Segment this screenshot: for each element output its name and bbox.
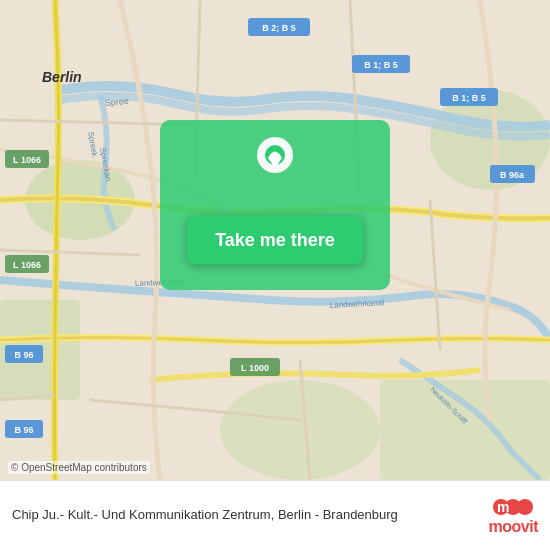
svg-text:B 96: B 96	[14, 425, 33, 435]
svg-text:L 1066: L 1066	[13, 155, 41, 165]
moovit-text: moovit	[489, 518, 538, 536]
footer-bar: Chip Ju.- Kult.- Und Kommunikation Zentr…	[0, 480, 550, 550]
svg-text:B 96a: B 96a	[500, 170, 525, 180]
svg-text:Spree: Spree	[104, 96, 129, 108]
copyright-text: © OpenStreetMap contributors	[8, 461, 150, 474]
svg-text:B 1; B 5: B 1; B 5	[364, 60, 398, 70]
svg-point-5	[220, 380, 380, 480]
svg-text:m: m	[497, 499, 509, 515]
svg-text:L 1066: L 1066	[13, 260, 41, 270]
place-name: Chip Ju.- Kult.- Und Kommunikation Zentr…	[12, 506, 479, 524]
svg-text:B 2; B 5: B 2; B 5	[262, 23, 296, 33]
svg-text:B 96: B 96	[14, 350, 33, 360]
svg-text:B 1; B 5: B 1; B 5	[452, 93, 486, 103]
svg-text:Berlin: Berlin	[42, 69, 82, 85]
svg-text:L 1000: L 1000	[241, 363, 269, 373]
moovit-logo: m moovit	[489, 496, 538, 536]
map-container: B 2; B 5 B 1; B 5 B 1; B 5 B 96a L 1066 …	[0, 0, 550, 480]
svg-point-45	[517, 499, 533, 515]
moovit-logo-icon: m	[493, 496, 533, 518]
take-me-there-button[interactable]: Take me there	[187, 216, 363, 265]
